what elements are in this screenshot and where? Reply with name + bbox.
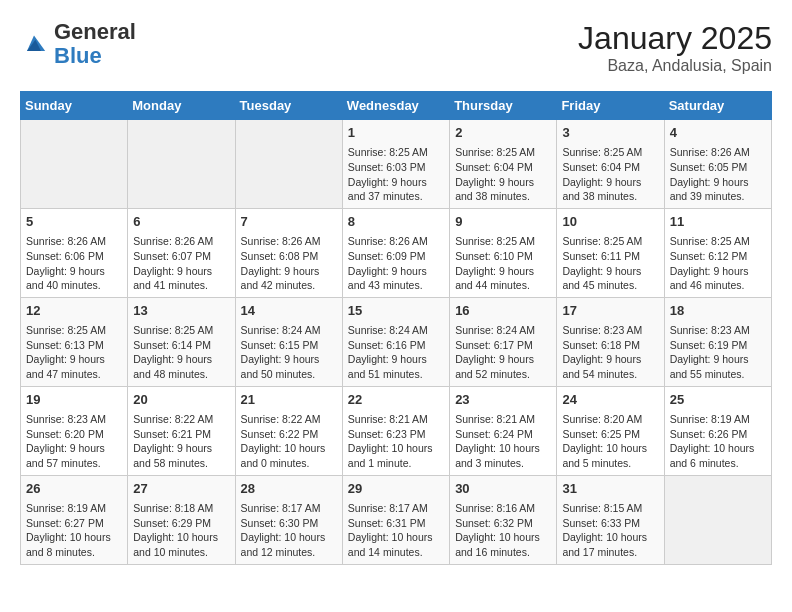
calendar-day-cell: 17Sunrise: 8:23 AMSunset: 6:18 PMDayligh… xyxy=(557,297,664,386)
day-info: Sunrise: 8:23 AMSunset: 6:19 PMDaylight:… xyxy=(670,323,766,382)
day-number: 27 xyxy=(133,480,229,498)
day-number: 1 xyxy=(348,124,444,142)
day-number: 9 xyxy=(455,213,551,231)
day-info: Sunrise: 8:20 AMSunset: 6:25 PMDaylight:… xyxy=(562,412,658,471)
day-info: Sunrise: 8:26 AMSunset: 6:07 PMDaylight:… xyxy=(133,234,229,293)
calendar-day-cell: 19Sunrise: 8:23 AMSunset: 6:20 PMDayligh… xyxy=(21,386,128,475)
calendar-week-row: 12Sunrise: 8:25 AMSunset: 6:13 PMDayligh… xyxy=(21,297,772,386)
day-info: Sunrise: 8:19 AMSunset: 6:27 PMDaylight:… xyxy=(26,501,122,560)
logo-general-text: General xyxy=(54,19,136,44)
calendar-day-cell xyxy=(235,120,342,209)
day-number: 18 xyxy=(670,302,766,320)
day-info: Sunrise: 8:21 AMSunset: 6:23 PMDaylight:… xyxy=(348,412,444,471)
calendar-day-cell xyxy=(128,120,235,209)
calendar-day-cell: 13Sunrise: 8:25 AMSunset: 6:14 PMDayligh… xyxy=(128,297,235,386)
weekday-row: SundayMondayTuesdayWednesdayThursdayFrid… xyxy=(21,92,772,120)
weekday-monday: Monday xyxy=(128,92,235,120)
day-number: 16 xyxy=(455,302,551,320)
calendar-day-cell: 30Sunrise: 8:16 AMSunset: 6:32 PMDayligh… xyxy=(450,475,557,564)
calendar-day-cell: 1Sunrise: 8:25 AMSunset: 6:03 PMDaylight… xyxy=(342,120,449,209)
calendar-day-cell: 29Sunrise: 8:17 AMSunset: 6:31 PMDayligh… xyxy=(342,475,449,564)
calendar-subtitle: Baza, Andalusia, Spain xyxy=(578,57,772,75)
day-info: Sunrise: 8:16 AMSunset: 6:32 PMDaylight:… xyxy=(455,501,551,560)
day-info: Sunrise: 8:24 AMSunset: 6:17 PMDaylight:… xyxy=(455,323,551,382)
day-info: Sunrise: 8:23 AMSunset: 6:18 PMDaylight:… xyxy=(562,323,658,382)
calendar-day-cell xyxy=(664,475,771,564)
calendar-day-cell: 12Sunrise: 8:25 AMSunset: 6:13 PMDayligh… xyxy=(21,297,128,386)
day-number: 24 xyxy=(562,391,658,409)
day-info: Sunrise: 8:17 AMSunset: 6:30 PMDaylight:… xyxy=(241,501,337,560)
day-number: 14 xyxy=(241,302,337,320)
day-info: Sunrise: 8:25 AMSunset: 6:03 PMDaylight:… xyxy=(348,145,444,204)
day-info: Sunrise: 8:17 AMSunset: 6:31 PMDaylight:… xyxy=(348,501,444,560)
calendar-day-cell: 5Sunrise: 8:26 AMSunset: 6:06 PMDaylight… xyxy=(21,208,128,297)
logo-icon xyxy=(20,30,48,58)
weekday-wednesday: Wednesday xyxy=(342,92,449,120)
day-number: 21 xyxy=(241,391,337,409)
calendar-day-cell: 28Sunrise: 8:17 AMSunset: 6:30 PMDayligh… xyxy=(235,475,342,564)
calendar-day-cell: 26Sunrise: 8:19 AMSunset: 6:27 PMDayligh… xyxy=(21,475,128,564)
day-info: Sunrise: 8:22 AMSunset: 6:21 PMDaylight:… xyxy=(133,412,229,471)
day-number: 4 xyxy=(670,124,766,142)
day-info: Sunrise: 8:23 AMSunset: 6:20 PMDaylight:… xyxy=(26,412,122,471)
calendar-day-cell: 24Sunrise: 8:20 AMSunset: 6:25 PMDayligh… xyxy=(557,386,664,475)
day-info: Sunrise: 8:22 AMSunset: 6:22 PMDaylight:… xyxy=(241,412,337,471)
day-number: 13 xyxy=(133,302,229,320)
day-info: Sunrise: 8:18 AMSunset: 6:29 PMDaylight:… xyxy=(133,501,229,560)
calendar-week-row: 5Sunrise: 8:26 AMSunset: 6:06 PMDaylight… xyxy=(21,208,772,297)
calendar-day-cell: 11Sunrise: 8:25 AMSunset: 6:12 PMDayligh… xyxy=(664,208,771,297)
calendar-day-cell: 25Sunrise: 8:19 AMSunset: 6:26 PMDayligh… xyxy=(664,386,771,475)
day-number: 6 xyxy=(133,213,229,231)
day-info: Sunrise: 8:25 AMSunset: 6:04 PMDaylight:… xyxy=(455,145,551,204)
calendar-week-row: 19Sunrise: 8:23 AMSunset: 6:20 PMDayligh… xyxy=(21,386,772,475)
day-info: Sunrise: 8:25 AMSunset: 6:12 PMDaylight:… xyxy=(670,234,766,293)
day-info: Sunrise: 8:25 AMSunset: 6:04 PMDaylight:… xyxy=(562,145,658,204)
header: General Blue January 2025 Baza, Andalusi… xyxy=(20,20,772,75)
calendar-day-cell: 7Sunrise: 8:26 AMSunset: 6:08 PMDaylight… xyxy=(235,208,342,297)
day-info: Sunrise: 8:25 AMSunset: 6:14 PMDaylight:… xyxy=(133,323,229,382)
calendar-day-cell: 8Sunrise: 8:26 AMSunset: 6:09 PMDaylight… xyxy=(342,208,449,297)
calendar-day-cell: 9Sunrise: 8:25 AMSunset: 6:10 PMDaylight… xyxy=(450,208,557,297)
logo: General Blue xyxy=(20,20,136,68)
weekday-friday: Friday xyxy=(557,92,664,120)
calendar-day-cell: 14Sunrise: 8:24 AMSunset: 6:15 PMDayligh… xyxy=(235,297,342,386)
calendar-day-cell: 6Sunrise: 8:26 AMSunset: 6:07 PMDaylight… xyxy=(128,208,235,297)
day-number: 7 xyxy=(241,213,337,231)
day-number: 19 xyxy=(26,391,122,409)
calendar-table: SundayMondayTuesdayWednesdayThursdayFrid… xyxy=(20,91,772,565)
calendar-day-cell: 22Sunrise: 8:21 AMSunset: 6:23 PMDayligh… xyxy=(342,386,449,475)
day-number: 17 xyxy=(562,302,658,320)
day-number: 20 xyxy=(133,391,229,409)
calendar-day-cell: 10Sunrise: 8:25 AMSunset: 6:11 PMDayligh… xyxy=(557,208,664,297)
day-info: Sunrise: 8:26 AMSunset: 6:09 PMDaylight:… xyxy=(348,234,444,293)
day-number: 2 xyxy=(455,124,551,142)
logo-blue-text: Blue xyxy=(54,43,102,68)
calendar-day-cell: 3Sunrise: 8:25 AMSunset: 6:04 PMDaylight… xyxy=(557,120,664,209)
calendar-day-cell: 23Sunrise: 8:21 AMSunset: 6:24 PMDayligh… xyxy=(450,386,557,475)
weekday-thursday: Thursday xyxy=(450,92,557,120)
day-info: Sunrise: 8:24 AMSunset: 6:16 PMDaylight:… xyxy=(348,323,444,382)
calendar-header: SundayMondayTuesdayWednesdayThursdayFrid… xyxy=(21,92,772,120)
calendar-day-cell: 2Sunrise: 8:25 AMSunset: 6:04 PMDaylight… xyxy=(450,120,557,209)
day-number: 11 xyxy=(670,213,766,231)
day-number: 12 xyxy=(26,302,122,320)
calendar-body: 1Sunrise: 8:25 AMSunset: 6:03 PMDaylight… xyxy=(21,120,772,565)
day-info: Sunrise: 8:25 AMSunset: 6:11 PMDaylight:… xyxy=(562,234,658,293)
calendar-day-cell: 27Sunrise: 8:18 AMSunset: 6:29 PMDayligh… xyxy=(128,475,235,564)
day-info: Sunrise: 8:26 AMSunset: 6:06 PMDaylight:… xyxy=(26,234,122,293)
day-number: 22 xyxy=(348,391,444,409)
day-info: Sunrise: 8:25 AMSunset: 6:10 PMDaylight:… xyxy=(455,234,551,293)
calendar-day-cell xyxy=(21,120,128,209)
day-number: 23 xyxy=(455,391,551,409)
day-number: 3 xyxy=(562,124,658,142)
day-number: 31 xyxy=(562,480,658,498)
day-info: Sunrise: 8:25 AMSunset: 6:13 PMDaylight:… xyxy=(26,323,122,382)
day-number: 30 xyxy=(455,480,551,498)
day-number: 15 xyxy=(348,302,444,320)
calendar-day-cell: 31Sunrise: 8:15 AMSunset: 6:33 PMDayligh… xyxy=(557,475,664,564)
weekday-saturday: Saturday xyxy=(664,92,771,120)
day-number: 29 xyxy=(348,480,444,498)
day-info: Sunrise: 8:26 AMSunset: 6:08 PMDaylight:… xyxy=(241,234,337,293)
day-info: Sunrise: 8:24 AMSunset: 6:15 PMDaylight:… xyxy=(241,323,337,382)
calendar-title: January 2025 xyxy=(578,20,772,57)
